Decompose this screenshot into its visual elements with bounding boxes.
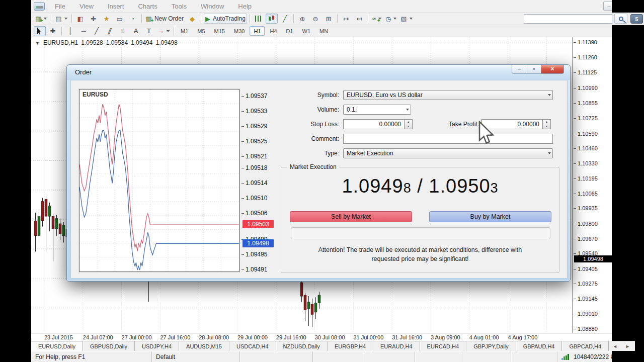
menu-tools[interactable]: Tools	[165, 1, 194, 12]
terminal-button[interactable]: ▭	[114, 14, 126, 24]
bar-chart-button[interactable]	[253, 14, 265, 24]
volume-dropdown-arrow[interactable]	[402, 105, 411, 114]
autotrading-button[interactable]: ▶AutoTrading	[204, 14, 247, 24]
text-button[interactable]: A	[130, 26, 142, 36]
dialog-close-button[interactable]: ×	[541, 65, 564, 74]
comment-field[interactable]	[343, 134, 553, 144]
menu-window[interactable]: Window	[194, 1, 231, 12]
chart-tab-usdjpy[interactable]: USDJPY,H4	[135, 341, 179, 351]
timeframe-h1-button[interactable]: H1	[250, 26, 265, 36]
chart-tab-gbpaud[interactable]: GBPAUD,H4	[516, 341, 562, 351]
timeframe-mn-button[interactable]: MN	[315, 26, 332, 36]
new-order-button[interactable]: ▦+New Order	[144, 14, 185, 24]
chart-tab-gbpusd[interactable]: GBPUSD,Daily	[83, 341, 135, 351]
collapse-icon[interactable]: ▼	[35, 41, 40, 46]
chart-tab-audusd[interactable]: AUDUSD,M15	[179, 341, 229, 351]
chart-tab-euraud[interactable]: EURAUD,H4	[373, 341, 420, 351]
current-price-badge: 1.09498	[574, 255, 612, 262]
timeframe-w1-button[interactable]: W1	[298, 26, 315, 36]
data-window-button[interactable]: ✚	[88, 14, 100, 24]
chart-tabs-bar: EURUSD,DailyGBPUSD,DailyUSDJPY,H4AUDUSD,…	[31, 341, 644, 351]
type-value: Market Execution	[344, 150, 544, 157]
tile-windows-button[interactable]: ⊞	[323, 14, 335, 24]
price-axis-label: 1.10990	[578, 85, 598, 91]
candlestick-chart-button[interactable]	[266, 14, 278, 24]
time-axis[interactable]: 23 Jul 201524 Jul 07:0027 Jul 00:0027 Ju…	[31, 333, 644, 341]
text-label-button[interactable]: T	[143, 26, 155, 36]
chart-shift-button[interactable]: ↤	[353, 14, 365, 24]
data-window-icon: ✚	[91, 16, 96, 22]
vertical-line-button[interactable]: │	[64, 26, 76, 36]
search-button[interactable]	[614, 14, 627, 24]
tile-windows-icon: ⊞	[326, 16, 331, 22]
take-profit-spinner[interactable]: ▴▾	[543, 119, 551, 129]
timeframe-h4-button[interactable]: H4	[266, 26, 281, 36]
timeframe-m5-button[interactable]: M5	[193, 26, 209, 36]
menu-help[interactable]: Help	[231, 1, 259, 12]
equidistant-channel-button[interactable]: ∥	[104, 26, 116, 36]
cursor-button[interactable]	[34, 26, 46, 36]
type-label: Type:	[264, 150, 339, 157]
profiles-button[interactable]: ▤	[54, 14, 68, 24]
new-chart-button[interactable]: ▦+	[34, 14, 48, 24]
stop-loss-field[interactable]: 0.00000	[343, 119, 405, 129]
chart-tab-nzdusd[interactable]: NZDUSD,Daily	[276, 341, 328, 351]
order-dialog-titlebar[interactable]: Order – ▫ ×	[67, 65, 570, 80]
fibonacci-button[interactable]: ≡	[117, 26, 129, 36]
type-combobox[interactable]: Market Execution	[343, 148, 553, 158]
chart-tab-gbpcad[interactable]: GBPCAD,H4	[562, 341, 609, 351]
market-watch-button[interactable]: ◧	[74, 14, 87, 24]
notifications-bubble[interactable]: 5	[630, 14, 643, 24]
price-axis-label: 1.10195	[578, 175, 598, 182]
symbol-label: Symbol:	[264, 92, 339, 99]
chart-tab-gbpjpy[interactable]: GBPJPY,Daily	[466, 341, 516, 351]
chart-tab-usdcad[interactable]: USDCAD,H4	[229, 341, 276, 351]
tabs-scroll-left[interactable]: ◄	[609, 341, 621, 351]
timeframe-m15-button[interactable]: M15	[210, 26, 229, 36]
menu-view[interactable]: View	[72, 1, 101, 12]
line-chart-button[interactable]: ╱	[279, 14, 291, 24]
timeframe-m30-button[interactable]: M30	[230, 26, 249, 36]
tick-scale-label: 1.09491	[246, 266, 267, 273]
zoom-in-button[interactable]: ⊕	[296, 14, 308, 24]
indicators-button[interactable]: ≈+	[371, 14, 383, 24]
menu-charts[interactable]: Charts	[131, 1, 164, 12]
order-dialog-title: Order	[75, 68, 92, 76]
strategy-tester-button[interactable]: ◔	[127, 14, 139, 24]
chart-tab-eurusd[interactable]: EURUSD,Daily	[31, 341, 83, 351]
time-axis-label: 27 Jul 00:00	[122, 334, 152, 340]
menu-insert[interactable]: Insert	[101, 1, 131, 12]
dialog-minimize-button[interactable]: –	[512, 65, 527, 74]
dialog-restore-button[interactable]: ▫	[527, 65, 541, 74]
auto-scroll-button[interactable]: ↦	[340, 14, 352, 24]
periods-button[interactable]: ◷	[384, 14, 398, 24]
tick-scale-label: 1.09495	[246, 251, 267, 258]
navigator-button[interactable]: ★	[101, 14, 113, 24]
crosshair-button[interactable]: ✚	[47, 26, 59, 36]
price-axis-label: 1.08880	[578, 326, 598, 332]
ask-price-badge: 1.09503	[243, 220, 274, 228]
time-axis-label: 28 Jul 08:00	[199, 334, 229, 340]
status-profile[interactable]: Default	[152, 351, 240, 362]
arrows-button[interactable]: →	[156, 26, 171, 36]
zoom-out-button[interactable]: ⊖	[309, 14, 321, 24]
menu-file[interactable]: File	[48, 1, 72, 12]
templates-button[interactable]: ▧	[399, 14, 414, 24]
metaeditor-button[interactable]: ◆	[186, 14, 198, 24]
buy-by-market-button[interactable]: Buy by Market	[429, 211, 551, 222]
price-axis-label: 1.10725	[578, 115, 598, 121]
trendline-button[interactable]: ╱	[91, 26, 103, 36]
chart-tab-eurcad[interactable]: EURCAD,H4	[420, 341, 467, 351]
timeframe-m1-button[interactable]: M1	[177, 26, 192, 36]
volume-combobox[interactable]: 0.1.	[343, 105, 411, 115]
tabs-scroll-right[interactable]: ►	[621, 341, 634, 351]
sell-by-market-button[interactable]: Sell by Market	[290, 211, 412, 222]
type-dropdown-arrow[interactable]	[544, 149, 552, 158]
symbol-combobox[interactable]: EURUSD, Euro vs US dollar	[343, 90, 553, 100]
horizontal-line-button[interactable]: ─	[77, 26, 90, 36]
quote-separator: /	[412, 175, 429, 197]
search-input[interactable]	[524, 14, 612, 24]
timeframe-d1-button[interactable]: D1	[282, 26, 297, 36]
chart-tab-eurgbp[interactable]: EURGBP,H4	[328, 341, 373, 351]
symbol-dropdown-arrow[interactable]	[544, 90, 552, 100]
